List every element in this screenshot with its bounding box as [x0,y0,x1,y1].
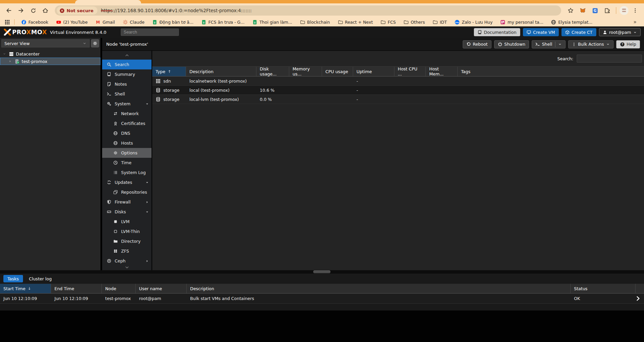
url-bar[interactable]: Not secure https://192.168.90.101:8006/#… [55,5,561,16]
tasks-column-node[interactable]: Node [102,284,136,293]
profile-avatar[interactable] [620,6,628,15]
bookmark-elysia-templat[interactable]: Elysia templat... [549,19,595,25]
nav-item-network[interactable]: Network [102,109,152,119]
browser-menu-button[interactable] [630,5,641,16]
metamask-extension-icon[interactable] [577,5,588,16]
bookmark-star-button[interactable] [565,5,576,16]
nav-item-notes[interactable]: Notes [102,79,152,89]
chevron-right-icon[interactable] [8,60,13,63]
caret-right-icon[interactable] [145,200,149,204]
caret-down-icon[interactable] [145,102,149,106]
bookmark-2-youtube[interactable]: (2) YouTube [54,19,90,25]
forward-button[interactable] [16,5,26,16]
grid-row-local-test-promox[interactable]: storagelocal (test-promox)10.6 %- [152,86,644,95]
nav-item-hosts[interactable]: Hosts [102,138,152,148]
nav-item-time[interactable]: Time [102,158,152,168]
browser-active-tab[interactable] [75,0,141,3]
apps-grid-icon[interactable] [5,20,10,25]
nav-item-directory[interactable]: Directory [102,236,152,246]
help-button[interactable]: ?Help [616,40,640,48]
nav-item-system-log[interactable]: System Log [102,168,152,177]
bookmark-fcs[interactable]: FCS [378,19,398,25]
task-row[interactable]: Jun 10 12:10:09Jun 10 12:10:09test-promo… [0,294,644,304]
horizontal-scrollbar-thumb[interactable] [313,271,330,273]
caret-down-icon[interactable] [145,210,149,214]
nav-item-system[interactable]: System [102,99,152,109]
home-button[interactable] [40,5,51,16]
grid-column-uptime[interactable]: Uptime [353,67,394,76]
nav-item-disks[interactable]: Disks [102,207,152,217]
bookmark-ng-b-n-t[interactable]: Động bàn tơ ă... [150,19,196,25]
bookmark-blockchain[interactable]: Blockchain [298,19,332,25]
chevron-down-icon[interactable] [2,52,7,56]
bookmark-thoi-gian-l-m[interactable]: Thoi gian làm... [250,19,295,25]
nav-scroll-up-chevron[interactable] [102,51,152,60]
nav-item-lvm-thin[interactable]: LVM-Thin [102,227,152,236]
translate-extension-icon[interactable]: G [590,5,600,16]
nav-item-repositories[interactable]: Repositories [102,187,152,197]
bookmark-react-next[interactable]: React + Next [336,19,375,25]
tasks-column-description[interactable]: Description [187,284,571,293]
nav-item-zfs[interactable]: ZFS [102,246,152,256]
grid-column-type[interactable]: Type [152,67,186,76]
shell-button[interactable]: Shell [532,40,566,48]
nav-item-dns[interactable]: DNS [102,128,152,138]
bulk-actions-button[interactable]: Bulk Actions [568,40,614,48]
nav-item-lvm[interactable]: LVM [102,217,152,227]
create-vm-button[interactable]: Create VM [523,28,559,36]
bookmark-idt[interactable]: IDT [430,19,449,25]
bookmark-claude[interactable]: Claude [120,19,147,25]
tasks-column-end-time[interactable]: End Time [51,284,102,293]
grid-row-local-lvm-test-promox[interactable]: storagelocal-lvm (test-promox)0.0 %- [152,95,644,104]
not-secure-chip[interactable]: Not secure [57,6,97,15]
nav-item-options[interactable]: Options [102,148,152,158]
bookmark-others[interactable]: Others [401,19,427,25]
tree-node-datacenter[interactable]: Datacenter [0,50,100,58]
bookmark-my-personal-ta[interactable]: my personal ta... [498,19,546,25]
grid-column-tags[interactable]: Tags [458,67,644,76]
content-search-input[interactable] [577,55,642,63]
nav-item-shell[interactable]: Shell [102,89,152,99]
grid-row-localnetwork-test-promox[interactable]: sdnlocalnetwork (test-promox)- [152,77,644,86]
grid-column-host-mem[interactable]: Host Mem... [426,67,458,76]
tasks-column-user-name[interactable]: User name [136,284,187,293]
nav-item-summary[interactable]: Summary [102,69,152,79]
bookmark-fcs-n-tr-a-g[interactable]: FCS ăn trưa - G... [199,19,247,25]
tasks-column-start-time[interactable]: Start Time [0,284,51,293]
tasks-column-status[interactable]: Status [571,284,636,293]
tab-cluster-log[interactable]: Cluster log [25,275,56,282]
shutdown-button[interactable]: Shutdown [494,40,529,48]
chevron-right-icon[interactable] [636,296,641,301]
bookmark-facebook[interactable]: Facebook [19,19,51,25]
reboot-button[interactable]: Reboot [463,40,491,48]
caret-right-icon[interactable] [145,259,149,263]
caret-down-icon[interactable] [145,181,149,184]
task-detail-chevron[interactable] [636,294,644,303]
bookmark-zalo-l-u-huy[interactable]: ZaloZalo - Lưu Huy [452,19,495,25]
create-ct-button[interactable]: Create CT [561,28,596,36]
nav-item-search[interactable]: Search [102,60,152,69]
grid-column-host-cpu[interactable]: Host CPU ... [394,67,426,76]
grid-column-memory-us[interactable]: Memory us... [289,67,322,76]
grid-column-disk-usage[interactable]: Disk usage... [256,67,289,76]
grid-column-cpu-usage[interactable]: CPU usage [322,67,353,76]
grid-column-description[interactable]: Description [186,67,256,76]
tree-settings-button[interactable] [91,39,99,47]
trello-icon [500,20,505,25]
nav-item-updates[interactable]: Updates [102,177,152,187]
documentation-button[interactable]: Documentation [474,28,520,36]
bookmark-gmail[interactable]: MGmail [93,19,117,25]
nav-item-firewall[interactable]: Firewall [102,197,152,207]
tree-node-test-promox[interactable]: test-promox [0,58,100,65]
bookmarks-overflow-chevron[interactable]: » [631,19,639,25]
extensions-puzzle-icon[interactable] [602,5,613,16]
tab-tasks[interactable]: Tasks [3,275,23,282]
view-selector[interactable]: Server View [1,39,90,47]
user-menu-button[interactable]: root@pam [599,28,641,36]
reload-button[interactable] [28,5,39,16]
nav-item-certificates[interactable]: Certificates [102,119,152,128]
global-search-input[interactable] [121,28,179,36]
folder-bm-icon [404,20,409,25]
nav-scroll-down-chevron[interactable] [102,264,152,270]
back-button[interactable] [3,5,14,16]
